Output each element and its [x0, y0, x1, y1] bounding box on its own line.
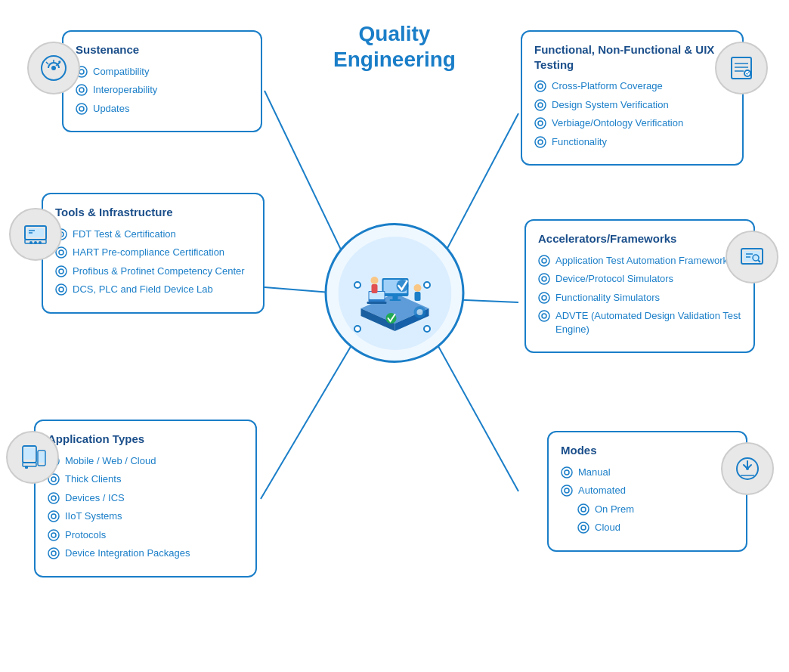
svg-point-91: [542, 296, 546, 300]
svg-point-101: [578, 504, 589, 515]
card-functional: Functional, Non-Functional & UIX Testing…: [521, 30, 744, 166]
modes-item-1: Automated: [561, 484, 734, 497]
apptypes-item-1: Thick Clients: [48, 472, 243, 486]
svg-point-102: [581, 507, 586, 512]
svg-point-75: [538, 103, 543, 107]
svg-point-76: [535, 118, 546, 129]
svg-point-60: [48, 511, 59, 522]
accelerators-title: Accelerators/Frameworks: [538, 231, 741, 246]
svg-point-59: [51, 496, 56, 500]
svg-point-87: [542, 259, 546, 263]
dot-bottom: [354, 325, 361, 333]
svg-rect-18: [371, 284, 377, 293]
apptypes-title: Application Types: [48, 432, 243, 447]
dot-right-top: [423, 281, 431, 289]
apptypes-item-3: IIoT Systems: [48, 509, 243, 523]
tools-item-0: FDT Test & Certification: [55, 228, 251, 241]
svg-point-98: [565, 470, 569, 475]
svg-point-90: [539, 293, 549, 303]
center-circle: [325, 223, 465, 363]
svg-rect-52: [39, 452, 45, 463]
tools-title: Tools & Infrastructure: [55, 205, 251, 220]
svg-point-78: [535, 137, 546, 147]
svg-point-17: [370, 277, 378, 284]
svg-point-64: [48, 548, 59, 559]
svg-rect-13: [389, 299, 401, 301]
accelerators-item-0: Application Test Automation Framework: [538, 254, 741, 268]
modes-item-0: Manual: [561, 466, 734, 479]
svg-point-39: [39, 241, 42, 244]
svg-point-23: [416, 309, 422, 315]
accelerators-item-1: Device/Protocol Simulators: [538, 272, 741, 286]
page-container: Quality Engineering: [0, 0, 789, 672]
functional-item-0: Cross-Platform Coverage: [534, 79, 730, 93]
tools-item-1: HART Pre-compliance Certification: [55, 246, 251, 259]
apptypes-item-5: Device Integration Packages: [48, 547, 243, 560]
svg-point-30: [76, 85, 87, 95]
modes-item-3: Cloud: [561, 521, 734, 534]
svg-point-62: [48, 530, 59, 540]
svg-point-104: [581, 525, 586, 530]
svg-point-44: [56, 266, 67, 277]
sustenance-item-1: Interoperability: [76, 83, 249, 97]
modes-item-2: On Prem: [561, 503, 734, 516]
svg-point-72: [535, 81, 546, 91]
icon-apptypes: [6, 431, 59, 484]
svg-point-38: [34, 241, 37, 244]
svg-point-26: [51, 66, 56, 70]
accelerators-item-3: ADVTE (Automated Design Validation Test …: [538, 309, 741, 336]
svg-point-58: [48, 493, 59, 503]
svg-rect-53: [25, 466, 28, 469]
svg-point-99: [562, 485, 572, 496]
functional-item-2: Verbiage/Ontology Verification: [534, 116, 730, 130]
functional-item-1: Design System Verification: [534, 98, 730, 112]
svg-line-2: [261, 333, 359, 499]
card-modes: Modes Manual Automated On Prem Cloud: [547, 431, 747, 552]
functional-title: Functional, Non-Functional & UIX Testing: [534, 42, 730, 72]
svg-rect-49: [24, 447, 35, 460]
dot-right-bottom: [423, 325, 431, 333]
svg-point-89: [542, 277, 546, 281]
icon-functional: [715, 42, 768, 94]
tools-item-3: DCS, PLC and Field Device Lab: [55, 283, 251, 296]
modes-title: Modes: [561, 443, 734, 458]
card-tools: Tools & Infrastructure FDT Test & Certif…: [42, 193, 265, 314]
card-apptypes: Application Types Mobile / Web / Cloud T…: [34, 420, 257, 578]
accelerators-item-2: Functionality Simulators: [538, 291, 741, 305]
svg-point-31: [79, 88, 84, 92]
svg-point-65: [51, 551, 56, 556]
page-title: Quality Engineering: [319, 21, 470, 72]
sustenance-item-0: Compatibility: [76, 65, 249, 79]
tools-item-2: Profibus & Profinet Competency Center: [55, 265, 251, 278]
icon-accelerators: [726, 231, 778, 283]
icon-tools: [9, 208, 62, 261]
svg-point-88: [539, 274, 549, 284]
svg-line-5: [431, 333, 518, 491]
svg-point-95: [746, 467, 749, 470]
svg-rect-50: [23, 463, 36, 466]
svg-point-73: [538, 84, 543, 88]
svg-point-45: [59, 269, 63, 274]
svg-point-37: [29, 241, 32, 244]
functional-item-3: Functionality: [534, 135, 730, 149]
svg-point-32: [76, 104, 87, 114]
svg-point-74: [535, 100, 546, 110]
icon-sustenance: [27, 42, 80, 94]
svg-point-47: [59, 287, 63, 292]
svg-point-61: [51, 514, 56, 519]
svg-point-33: [79, 107, 84, 111]
svg-point-63: [51, 533, 56, 537]
card-accelerators: Accelerators/Frameworks Application Test…: [524, 219, 755, 353]
icon-modes: [721, 442, 774, 495]
svg-point-86: [539, 255, 549, 266]
svg-point-43: [59, 250, 63, 255]
svg-point-100: [565, 488, 569, 493]
svg-point-19: [413, 284, 421, 292]
card-sustenance: Sustenance Compatibility Interoperabilit…: [62, 30, 262, 132]
svg-rect-16: [367, 302, 386, 304]
svg-rect-20: [414, 292, 420, 301]
sustenance-title: Sustenance: [76, 42, 249, 57]
apptypes-item-2: Devices / ICS: [48, 491, 243, 505]
svg-point-57: [51, 477, 56, 482]
svg-point-97: [562, 467, 572, 478]
